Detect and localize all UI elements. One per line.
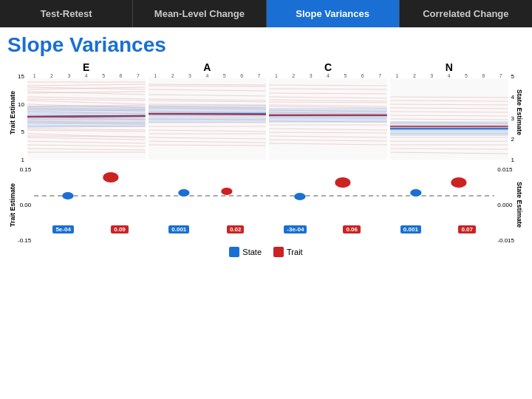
svg-line-122 [390,104,508,105]
svg-line-96 [269,136,387,137]
tab-slope-variances[interactable]: Slope Variances [267,0,400,27]
svg-point-150 [451,177,466,188]
svg-point-146 [294,193,305,200]
top-section: Trait Estimate 15 10 5 1 E A C N 1234567 [7,61,525,163]
badge-C-state: -3e-04 [284,225,307,233]
panel-letter-E: E [26,61,147,73]
legend-trait-label: Trait [287,248,303,256]
tab-test-retest[interactable]: Test-Retest [0,0,133,27]
svg-line-6 [27,84,146,86]
panel-letter-C: C [267,61,389,73]
svg-line-16 [27,134,146,137]
main-content: Slope Variances Trait Estimate 15 10 5 1… [0,27,532,262]
page-title: Slope Variances [7,33,525,57]
badge-E-trait: 0.09 [111,225,129,233]
dot-panel-E [34,166,147,225]
svg-line-52 [149,89,267,91]
svg-line-65 [149,145,267,146]
panel-letter-A: A [147,61,268,73]
spaghetti-panel-A [149,78,267,160]
svg-line-117 [390,112,508,112]
svg-line-18 [27,137,146,140]
svg-line-48 [149,95,267,96]
y-axis-left-bottom-label: Trait Estimate [7,166,18,244]
svg-line-0 [27,92,146,93]
badge-N-state: 0.001 [400,225,421,233]
svg-line-45 [27,116,146,117]
svg-point-141 [103,172,118,183]
svg-line-1 [27,97,146,99]
svg-point-140 [62,192,73,200]
svg-line-126 [390,152,508,154]
svg-line-27 [27,129,146,130]
svg-line-20 [27,145,146,146]
svg-line-10 [27,92,146,95]
svg-line-63 [149,84,267,85]
svg-line-81 [269,102,387,103]
svg-line-93 [269,129,387,130]
svg-point-143 [178,189,189,197]
dot-panel-A [150,166,263,225]
legend-state-label: State [242,248,262,256]
tab-correlated-change[interactable]: Correlated Change [400,0,532,27]
badge-N-trait: 0.07 [458,225,476,233]
svg-line-82 [269,93,387,94]
svg-line-5 [27,108,146,109]
svg-line-98 [269,143,387,145]
spaghetti-panel-E [27,78,146,160]
svg-line-84 [269,110,387,112]
svg-line-86 [269,89,387,89]
svg-point-149 [410,189,421,197]
legend-state: State [229,247,262,257]
dot-panel-C [266,166,379,225]
legend-trait: Trait [273,247,303,257]
tab-bar: Test-Retest Mean-Level Change Slope Vari… [0,0,532,27]
svg-line-19 [27,141,146,143]
svg-line-80 [269,97,387,98]
svg-line-15 [27,130,146,132]
svg-line-28 [27,136,146,137]
badge-E-state: 5e-04 [52,225,73,233]
svg-line-125 [390,149,508,149]
svg-line-123 [390,100,508,101]
svg-line-34 [27,120,146,121]
svg-line-62 [149,137,267,139]
spaghetti-panel-N [390,78,508,160]
tab-mean-level[interactable]: Mean-Level Change [133,0,266,27]
bottom-section: Trait Estimate 0.15 0.00 -0.15 [7,166,525,244]
y-axis-left-top-label: Trait Estimate [7,61,18,163]
badge-C-trait: 0.06 [343,225,361,233]
legend: State Trait [7,247,525,257]
badge-A-trait: 0.02 [227,225,245,233]
svg-line-59 [149,130,267,132]
spaghetti-panel-C [269,78,387,160]
legend-trait-swatch [273,247,284,257]
svg-line-90 [269,100,387,101]
svg-line-91 [269,105,387,106]
svg-point-144 [221,188,232,195]
svg-line-95 [269,85,387,86]
svg-line-124 [390,97,508,98]
svg-line-94 [269,132,387,133]
svg-line-83 [269,106,387,108]
svg-line-21 [27,149,146,150]
svg-line-97 [269,140,387,141]
y-axis-right-bottom-label: State Estimate [514,166,525,244]
badge-A-state: 0.001 [168,225,189,233]
svg-line-46 [149,99,267,100]
svg-line-121 [390,108,508,109]
svg-line-47 [149,104,267,105]
svg-line-56 [149,100,267,102]
svg-line-11 [27,99,146,100]
dot-panel-N [382,166,495,225]
svg-line-113 [390,115,508,116]
svg-line-3 [27,100,146,104]
panel-letter-N: N [389,61,510,73]
svg-line-79 [149,114,267,115]
y-axis-right-top-label: State Estimate [514,61,525,163]
svg-line-40 [27,125,146,126]
svg-line-64 [149,141,267,143]
svg-point-147 [335,177,350,188]
legend-state-swatch [229,247,239,257]
svg-line-61 [149,86,267,86]
